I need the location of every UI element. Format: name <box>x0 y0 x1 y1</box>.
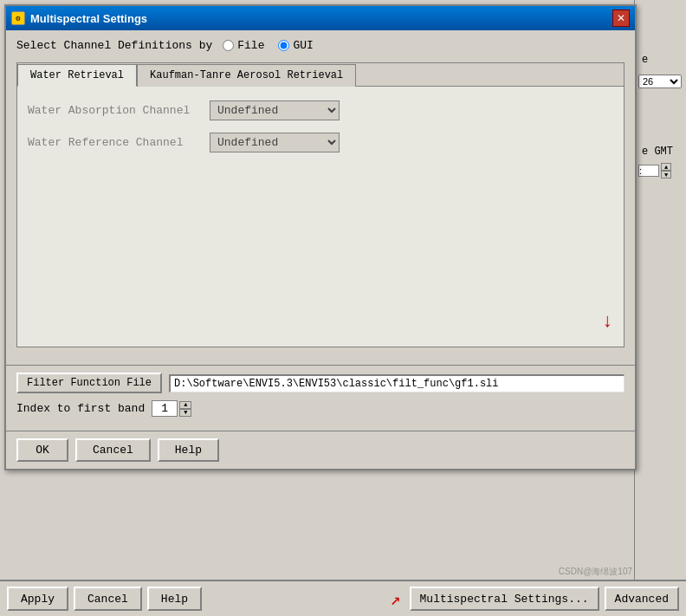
reference-label: Water Reference Channel <box>28 136 201 149</box>
dialog-body: Select Channel Definitions by File GUI W… <box>6 30 635 365</box>
channel-def-row: Select Channel Definitions by File GUI <box>16 39 625 52</box>
title-bar-left: ⚙ Multispectral Settings <box>11 11 147 25</box>
index-input[interactable] <box>152 400 178 417</box>
toolbar-cancel-button[interactable]: Cancel <box>74 587 142 611</box>
bottom-section: Filter Function File Index to first band… <box>6 365 635 431</box>
spinner-up-button[interactable]: ▲ <box>179 401 191 409</box>
bottom-toolbar: Apply Cancel Help ↗ Multispectral Settin… <box>0 580 686 616</box>
tab-water-retrieval[interactable]: Water Retrieval <box>17 64 137 87</box>
channel-def-label: Select Channel Definitions by <box>16 39 212 52</box>
action-buttons: OK Cancel Help <box>6 431 635 469</box>
red-arrow-indicator: ↓ <box>602 311 613 333</box>
tab-aerosol-retrieval[interactable]: Kaufman-Tanre Aerosol Retrieval <box>137 64 356 87</box>
spinner-container: ▲ ▼ <box>152 400 191 417</box>
toolbar-arrow-icon: ↗ <box>390 588 400 610</box>
right-panel-down[interactable]: ▼ <box>661 171 671 178</box>
filter-function-button[interactable]: Filter Function File <box>16 373 162 393</box>
title-bar: ⚙ Multispectral Settings ✕ <box>6 6 635 30</box>
tab-content-water: Water Absorption Channel Undefined Water… <box>17 87 624 347</box>
radio-gui-label: GUI <box>293 39 313 52</box>
radio-group: File GUI <box>223 39 314 52</box>
right-panel-input[interactable] <box>638 165 659 177</box>
radio-file[interactable]: File <box>223 39 264 52</box>
absorption-label: Water Absorption Channel <box>28 104 201 117</box>
filter-row: Filter Function File <box>16 373 625 393</box>
radio-gui[interactable]: GUI <box>278 39 313 52</box>
absorption-row: Water Absorption Channel Undefined <box>28 101 613 120</box>
apply-button[interactable]: Apply <box>7 587 68 611</box>
reference-select[interactable]: Undefined <box>210 133 340 152</box>
spinner-buttons: ▲ ▼ <box>179 401 191 417</box>
toolbar-help-button[interactable]: Help <box>147 587 202 611</box>
reference-row: Water Reference Channel Undefined <box>28 133 613 152</box>
absorption-select[interactable]: Undefined <box>210 101 340 120</box>
right-panel-up[interactable]: ▲ <box>661 163 671 171</box>
advanced-button[interactable]: Advanced <box>605 587 679 611</box>
radio-gui-input[interactable] <box>278 40 289 51</box>
filter-input[interactable] <box>169 374 625 392</box>
app-icon: ⚙ <box>11 11 25 25</box>
radio-file-input[interactable] <box>223 40 234 51</box>
tab-header: Water Retrieval Kaufman-Tanre Aerosol Re… <box>17 63 624 87</box>
right-panel: e 26 e GMT ▲ ▼ <box>634 0 686 616</box>
dialog: ⚙ Multispectral Settings ✕ Select Channe… <box>4 4 637 470</box>
right-panel-label2: e GMT <box>638 144 683 159</box>
close-button[interactable]: ✕ <box>612 10 630 27</box>
spinner-down-button[interactable]: ▼ <box>179 409 191 417</box>
watermark: CSDN@海绵波107 <box>559 566 632 578</box>
dialog-title: Multispectral Settings <box>30 12 147 25</box>
radio-file-label: File <box>237 39 264 52</box>
multispectral-settings-button[interactable]: Multispectral Settings... <box>410 587 599 611</box>
ok-button[interactable]: OK <box>16 438 68 462</box>
right-panel-select[interactable]: 26 <box>638 75 682 88</box>
help-button[interactable]: Help <box>158 438 219 462</box>
index-row: Index to first band ▲ ▼ <box>16 400 625 417</box>
tab-container: Water Retrieval Kaufman-Tanre Aerosol Re… <box>16 62 625 347</box>
cancel-button[interactable]: Cancel <box>75 438 151 462</box>
index-label: Index to first band <box>16 402 145 415</box>
right-panel-label1: e <box>638 52 683 68</box>
